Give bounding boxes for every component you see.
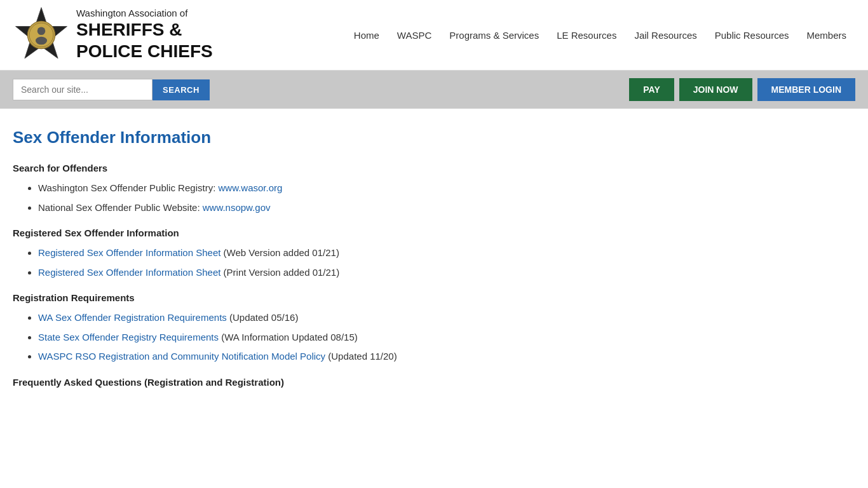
logo-area: Washington Association of SHERIFFS & POL…	[13, 6, 254, 64]
section3-heading: Registration Requirements	[13, 292, 855, 303]
nav-jail-resources[interactable]: Jail Resources	[625, 25, 705, 46]
rso-info-sheet-web-link[interactable]: Registered Sex Offender Information Shee…	[38, 247, 220, 258]
list-item: WA Sex Offender Registration Requirement…	[38, 311, 855, 325]
main-nav: Home WASPC Programs & Services LE Resour…	[254, 25, 855, 46]
list-item: National Sex Offender Public Website: ww…	[38, 201, 855, 215]
section-registration-requirements: Registration Requirements WA Sex Offende…	[13, 292, 855, 364]
site-header: Washington Association of SHERIFFS & POL…	[0, 0, 868, 71]
section-registered-info: Registered Sex Offender Information Regi…	[13, 227, 855, 280]
list-item-prefix: Washington Sex Offender Public Registry:	[38, 182, 218, 193]
section1-list: Washington Sex Offender Public Registry:…	[13, 181, 855, 215]
logo-assoc-of: Washington Association of	[76, 8, 187, 18]
search-left: SEARCH	[13, 79, 210, 100]
list-item-suffix: (Web Version added 01/21)	[220, 247, 339, 258]
wa-registration-requirements-link[interactable]: WA Sex Offender Registration Requirement…	[38, 312, 227, 323]
svg-point-3	[37, 27, 46, 35]
page-title: Sex Offender Information	[13, 128, 855, 147]
rso-info-sheet-print-link[interactable]: Registered Sex Offender Information Shee…	[38, 267, 220, 278]
section-faq: Frequently Asked Questions (Registration…	[13, 377, 855, 388]
section-search-offenders: Search for Offenders Washington Sex Offe…	[13, 163, 855, 215]
search-input[interactable]	[13, 79, 153, 100]
pay-button[interactable]: PAY	[629, 78, 674, 101]
nav-members[interactable]: Members	[797, 25, 855, 46]
search-bar: SEARCH PAY JOIN NOW MEMBER LOGIN	[0, 71, 868, 109]
main-content: Sex Offender Information Search for Offe…	[0, 109, 868, 412]
list-item: WASPC RSO Registration and Community Not…	[38, 349, 855, 364]
logo-badge-icon	[13, 6, 70, 64]
list-item-suffix: (WA Information Updated 08/15)	[219, 332, 358, 342]
list-item: Registered Sex Offender Information Shee…	[38, 246, 855, 261]
join-now-button[interactable]: JOIN NOW	[679, 78, 752, 101]
nsopw-link[interactable]: www.nsopw.gov	[203, 202, 271, 213]
search-right: PAY JOIN NOW MEMBER LOGIN	[629, 78, 855, 101]
section3-list: WA Sex Offender Registration Requirement…	[13, 311, 855, 364]
section4-heading: Frequently Asked Questions (Registration…	[13, 377, 855, 388]
state-registry-requirements-link[interactable]: State Sex Offender Registry Requirements	[38, 332, 219, 342]
nav-public-resources[interactable]: Public Resources	[706, 25, 798, 46]
list-item-prefix: National Sex Offender Public Website:	[38, 202, 203, 213]
list-item: Registered Sex Offender Information Shee…	[38, 266, 855, 280]
logo-text: Washington Association of SHERIFFS & POL…	[76, 8, 213, 62]
member-login-button[interactable]: MEMBER LOGIN	[757, 78, 855, 101]
svg-point-4	[36, 37, 47, 45]
list-item-suffix: (Updated 05/16)	[227, 312, 299, 323]
logo-sheriffs: SHERIFFS &	[76, 19, 213, 41]
wasor-link[interactable]: www.wasor.org	[218, 182, 282, 193]
list-item-suffix: (Updated 11/20)	[325, 351, 397, 362]
list-item-suffix: (Print Version added 01/21)	[220, 267, 339, 278]
list-item: Washington Sex Offender Public Registry:…	[38, 181, 855, 196]
waspc-rso-model-policy-link[interactable]: WASPC RSO Registration and Community Not…	[38, 351, 325, 362]
section1-heading: Search for Offenders	[13, 163, 855, 173]
nav-home[interactable]: Home	[345, 25, 388, 46]
list-item: State Sex Offender Registry Requirements…	[38, 330, 855, 345]
nav-waspc[interactable]: WASPC	[388, 25, 440, 46]
logo-police-chiefs: POLICE CHIEFS	[76, 41, 213, 62]
nav-le-resources[interactable]: LE Resources	[548, 25, 625, 46]
search-button[interactable]: SEARCH	[153, 79, 210, 100]
section2-list: Registered Sex Offender Information Shee…	[13, 246, 855, 280]
section2-heading: Registered Sex Offender Information	[13, 227, 855, 238]
nav-programs[interactable]: Programs & Services	[440, 25, 548, 46]
